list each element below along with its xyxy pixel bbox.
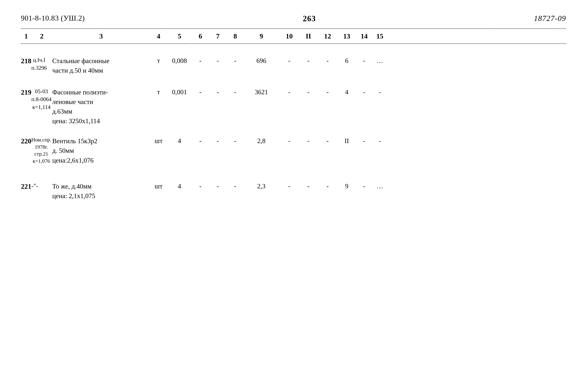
row-c14-219: -	[356, 88, 373, 97]
col-header-4: 4	[150, 32, 167, 40]
row-c10-220: -	[279, 136, 300, 146]
row-c8-220: -	[226, 136, 244, 146]
row-c6-221: -	[192, 182, 209, 191]
row-c9-219: 3621	[244, 88, 279, 97]
row-c13-218: 6	[338, 56, 356, 65]
table-row: 220 Ном.спр. 1978г. стр.21 к=1,076 Венти…	[21, 131, 566, 176]
row-c10-221: -	[279, 182, 300, 191]
row-ref-221: -"-	[31, 182, 52, 190]
row-c8-218: -	[226, 56, 244, 65]
data-rows: 218 ц.Iч.I п.3296 Стальные фасонные част…	[21, 51, 566, 215]
row-c13-220: II	[338, 136, 356, 146]
header-left: 901-8-10.83 (УШ.2)	[21, 14, 85, 22]
row-c5-218: 0,008	[167, 56, 192, 65]
row-c6-218: -	[192, 56, 209, 65]
row-c12-221: -	[317, 182, 338, 191]
row-id-221: 221	[21, 182, 31, 191]
row-c5-221: 4	[167, 182, 192, 191]
row-c13-221: 9	[338, 182, 356, 191]
page: 901-8-10.83 (УШ.2) 263 18727-09 1 2 3 4 …	[0, 0, 587, 392]
row-c15-220: -	[373, 136, 387, 146]
row-id-219: 219	[21, 88, 31, 97]
col-header-10: 10	[279, 32, 300, 40]
col-header-13: 13	[338, 32, 356, 40]
col-header-12: 12	[317, 32, 338, 40]
col-header-9: 9	[244, 32, 279, 40]
row-c8-221: -	[226, 182, 244, 191]
col-header-8: 8	[226, 32, 244, 40]
row-ref-219: 05-03 п.8-0064 к=1,114	[31, 88, 52, 111]
row-c11-220: -	[300, 136, 317, 146]
row-c5-220: 4	[167, 136, 192, 146]
col-header-14: 14	[356, 32, 373, 40]
row-c5-219: 0,001	[167, 88, 192, 97]
row-c11-219: -	[300, 88, 317, 97]
row-unit-221: шт	[150, 182, 167, 191]
row-c10-219: -	[279, 88, 300, 97]
table-row: 219 05-03 п.8-0064 к=1,114 Фасонные поли…	[21, 82, 566, 131]
row-c11-221: -	[300, 182, 317, 191]
row-id-218: 218	[21, 56, 31, 66]
col-header-11: II	[300, 32, 317, 40]
row-ref-220: Ном.спр. 1978г. стр.21 к=1,076	[31, 136, 52, 164]
row-unit-219: т	[150, 88, 167, 97]
header-row: 901-8-10.83 (УШ.2) 263 18727-09	[21, 14, 566, 23]
row-c9-220: 2,8	[244, 136, 279, 146]
col-header-5: 5	[167, 32, 192, 40]
row-unit-218: т	[150, 56, 167, 65]
col-header-6: 6	[192, 32, 209, 40]
row-desc-221: То же, д.40мм цена: 2,1х1,075	[52, 182, 150, 201]
row-desc-219: Фасонные полиэти- леновые части д.63мм ц…	[52, 88, 150, 126]
row-c7-218: -	[209, 56, 226, 65]
col-header-2: 2	[31, 32, 52, 40]
row-desc-220: Вентиль 15кЗр2 д. 50мм цена:2,6х1,076	[52, 136, 150, 165]
row-ref-218: ц.Iч.I п.3296	[31, 56, 52, 72]
row-c7-221: -	[209, 182, 226, 191]
row-c10-218: -	[279, 56, 300, 65]
row-c6-220: -	[192, 136, 209, 146]
header-right: 18727-09	[534, 14, 566, 23]
row-c6-219: -	[192, 88, 209, 97]
col-header-1: 1	[21, 32, 31, 40]
row-c15-218: …	[373, 56, 387, 65]
col-header-3: 3	[52, 32, 150, 40]
row-c14-221: -	[356, 182, 373, 191]
row-c14-218: -	[356, 56, 373, 65]
row-c7-219: -	[209, 88, 226, 97]
row-desc-218: Стальные фасонные части д.50 и 40мм	[52, 56, 150, 75]
row-c7-220: -	[209, 136, 226, 146]
row-c15-219: -	[373, 88, 387, 97]
row-c12-218: -	[317, 56, 338, 65]
table-row: 221 -"- То же, д.40мм цена: 2,1х1,075 шт…	[21, 176, 566, 215]
col-header-15: 15	[373, 32, 387, 40]
row-c9-221: 2,3	[244, 182, 279, 191]
col-header-7: 7	[209, 32, 226, 40]
columns-header: 1 2 3 4 5 6 7 8 9 10 II 12 13 14 15	[21, 28, 566, 44]
row-c12-220: -	[317, 136, 338, 146]
row-c9-218: 696	[244, 56, 279, 65]
row-c15-221: …	[373, 182, 387, 191]
header-center: 263	[303, 14, 316, 23]
row-unit-220: шт	[150, 136, 167, 146]
row-c13-219: 4	[338, 88, 356, 97]
row-id-220: 220	[21, 136, 31, 146]
table-row: 218 ц.Iч.I п.3296 Стальные фасонные част…	[21, 51, 566, 82]
row-c14-220: -	[356, 136, 373, 146]
row-c8-219: -	[226, 88, 244, 97]
row-c11-218: -	[300, 56, 317, 65]
row-c12-219: -	[317, 88, 338, 97]
